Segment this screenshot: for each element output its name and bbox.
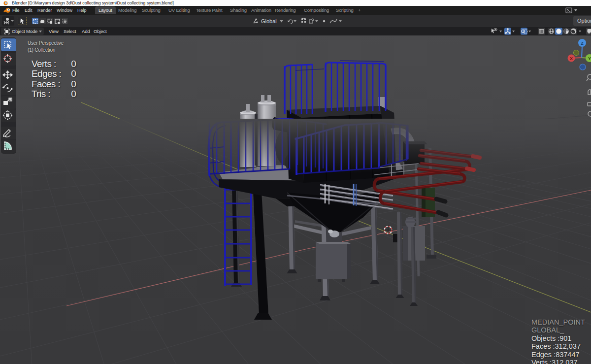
svg-text:X: X — [570, 56, 573, 61]
svg-text:Z: Z — [581, 41, 584, 46]
svg-text:Global: Global — [261, 18, 277, 24]
svg-text:Y: Y — [588, 56, 591, 61]
